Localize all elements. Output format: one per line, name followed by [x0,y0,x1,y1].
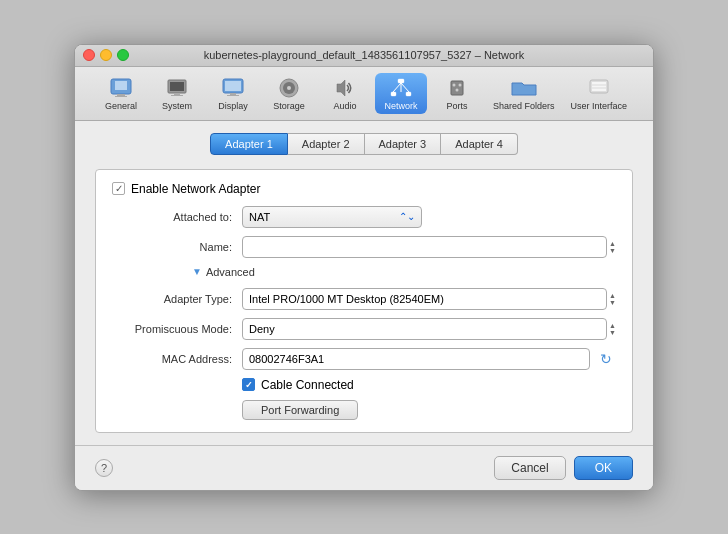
minimize-button[interactable] [100,49,112,61]
title-bar: kubernetes-playground_default_1483561107… [75,45,653,67]
adapter-type-stepper[interactable]: ▲ ▼ [609,292,616,306]
svg-rect-3 [115,96,127,97]
general-icon [107,76,135,100]
svg-line-19 [393,83,401,92]
system-icon [163,76,191,100]
mac-row: MAC Address: ↻ [112,348,616,370]
svg-rect-17 [391,92,396,96]
toolbar-general-label: General [105,101,137,111]
tab-adapter2[interactable]: Adapter 2 [288,133,365,155]
storage-icon [275,76,303,100]
adapter-type-label: Adapter Type: [112,293,242,305]
user-interface-icon [585,76,613,100]
mac-input[interactable] [242,348,590,370]
toolbar-network-label: Network [384,101,417,111]
name-label: Name: [112,241,242,253]
port-forwarding-row: Port Forwarding [112,400,616,420]
svg-rect-10 [230,93,236,95]
svg-point-25 [455,88,458,91]
cancel-button[interactable]: Cancel [494,456,565,480]
mac-refresh-button[interactable]: ↻ [596,349,616,369]
advanced-arrow-icon: ▼ [192,266,202,277]
svg-rect-6 [174,93,180,95]
network-icon [387,76,415,100]
ok-button[interactable]: OK [574,456,633,480]
port-forwarding-button[interactable]: Port Forwarding [242,400,358,420]
name-input[interactable] [242,236,607,258]
tab-adapter1[interactable]: Adapter 1 [210,133,288,155]
svg-rect-9 [225,81,241,91]
svg-point-23 [452,83,455,86]
promiscuous-stepper-up[interactable]: ▲ [609,322,616,329]
main-content: Adapter 1 Adapter 2 Adapter 3 Adapter 4 … [75,121,653,445]
toolbar: General System Display Storage Audio [75,67,653,121]
tab-adapter3[interactable]: Adapter 3 [365,133,442,155]
enable-row: Enable Network Adapter [112,182,616,196]
svg-rect-5 [170,82,184,91]
attached-to-arrow: ⌃⌄ [399,211,415,222]
cable-connected-row: Cable Connected [112,378,616,392]
close-button[interactable] [83,49,95,61]
adapter-tabs: Adapter 1 Adapter 2 Adapter 3 Adapter 4 [95,133,633,155]
svg-rect-18 [406,92,411,96]
ports-icon [443,76,471,100]
main-window: kubernetes-playground_default_1483561107… [74,44,654,491]
enable-checkbox[interactable] [112,182,125,195]
toolbar-audio[interactable]: Audio [319,73,371,114]
toolbar-ports[interactable]: Ports [431,73,483,114]
svg-rect-7 [171,95,183,96]
toolbar-system[interactable]: System [151,73,203,114]
svg-rect-1 [115,81,127,90]
toolbar-general[interactable]: General [95,73,147,114]
bottom-bar: ? Cancel OK [75,445,653,490]
toolbar-storage-label: Storage [273,101,305,111]
adapter-type-stepper-down[interactable]: ▼ [609,299,616,306]
window-title: kubernetes-playground_default_1483561107… [204,49,524,61]
adapter-type-stepper-up[interactable]: ▲ [609,292,616,299]
promiscuous-input[interactable] [242,318,607,340]
promiscuous-stepper[interactable]: ▲ ▼ [609,322,616,336]
shared-folders-icon [510,76,538,100]
attached-to-row: Attached to: NAT ⌃⌄ [112,206,616,228]
mac-input-wrapper: ↻ [242,348,616,370]
svg-marker-15 [337,80,345,96]
display-icon [219,76,247,100]
toolbar-user-interface-label: User Interface [571,101,628,111]
attached-to-label: Attached to: [112,211,242,223]
action-buttons: Cancel OK [494,456,633,480]
toolbar-audio-label: Audio [333,101,356,111]
toolbar-network[interactable]: Network [375,73,427,114]
maximize-button[interactable] [117,49,129,61]
toolbar-display[interactable]: Display [207,73,259,114]
enable-label: Enable Network Adapter [131,182,260,196]
cable-connected-checkbox[interactable] [242,378,255,391]
settings-panel: Enable Network Adapter Attached to: NAT … [95,169,633,433]
toolbar-user-interface[interactable]: User Interface [565,73,634,114]
mac-label: MAC Address: [112,353,242,365]
svg-point-24 [458,83,461,86]
name-stepper[interactable]: ▲ ▼ [609,240,616,254]
svg-rect-22 [451,81,463,95]
promiscuous-stepper-down[interactable]: ▼ [609,329,616,336]
tab-adapter4[interactable]: Adapter 4 [441,133,518,155]
toolbar-shared-folders[interactable]: Shared Folders [487,73,561,114]
advanced-label[interactable]: Advanced [206,266,255,278]
svg-rect-2 [117,94,125,96]
toolbar-shared-folders-label: Shared Folders [493,101,555,111]
toolbar-display-label: Display [218,101,248,111]
svg-line-20 [401,83,409,92]
stepper-up-icon[interactable]: ▲ [609,240,616,247]
toolbar-storage[interactable]: Storage [263,73,315,114]
audio-icon [331,76,359,100]
adapter-type-input[interactable] [242,288,607,310]
help-button[interactable]: ? [95,459,113,477]
stepper-down-icon[interactable]: ▼ [609,247,616,254]
toolbar-ports-label: Ports [446,101,467,111]
window-controls [83,49,129,61]
svg-point-14 [287,86,291,90]
svg-rect-11 [227,95,239,96]
svg-rect-16 [398,79,404,83]
attached-to-select[interactable]: NAT ⌃⌄ [242,206,422,228]
cable-connected-label: Cable Connected [261,378,354,392]
promiscuous-label: Promiscuous Mode: [112,323,242,335]
